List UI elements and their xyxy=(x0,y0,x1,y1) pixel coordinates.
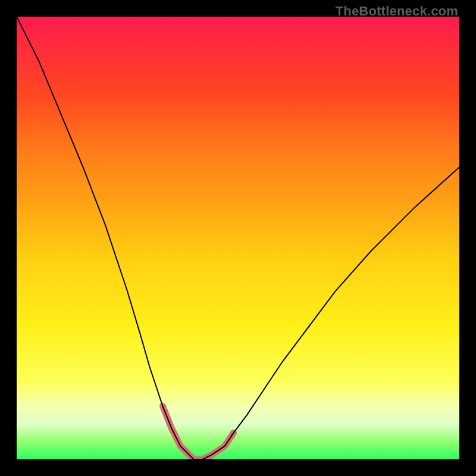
plot-area xyxy=(17,17,459,459)
chart-frame: TheBottleneck.com xyxy=(0,0,476,476)
curve-svg xyxy=(17,17,459,459)
bottleneck-curve xyxy=(17,17,459,459)
